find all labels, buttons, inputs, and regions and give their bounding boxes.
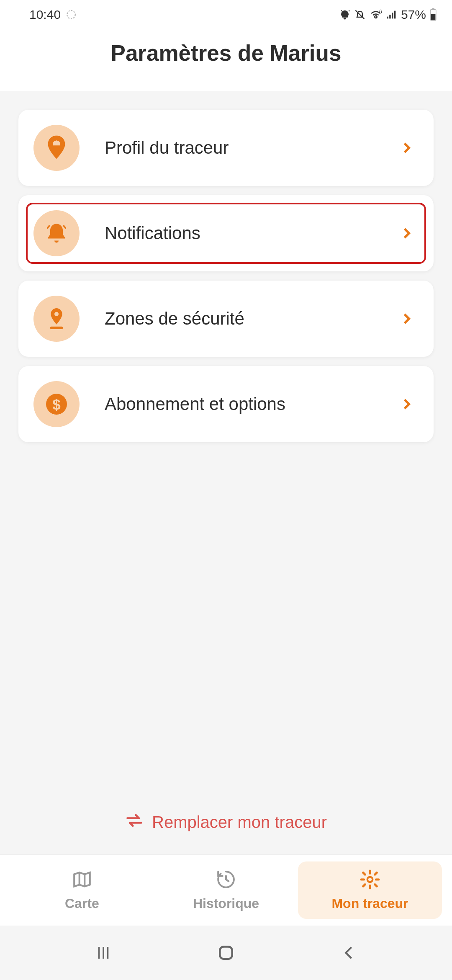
wifi-icon: 6 [369, 8, 383, 21]
nav-history[interactable]: Historique [154, 861, 298, 919]
chevron-right-icon [400, 312, 413, 325]
nav-label: Carte [65, 896, 99, 911]
page-title: Paramètres de Marius [0, 40, 452, 66]
chevron-right-icon [400, 227, 413, 240]
replace-tracker-link[interactable]: Remplacer mon traceur [0, 811, 452, 833]
status-time: 10:40 [29, 8, 61, 22]
page-header: Paramètres de Marius [0, 29, 452, 91]
menu-label: Zones de sécurité [105, 309, 375, 329]
replace-label: Remplacer mon traceur [152, 813, 327, 832]
svg-rect-17 [220, 946, 232, 959]
status-bar: 10:40 6 57% [0, 0, 452, 29]
svg-rect-10 [50, 327, 63, 329]
svg-rect-7 [431, 14, 436, 20]
menu-item-notifications[interactable]: Notifications [18, 195, 434, 271]
nav-map[interactable]: Carte [10, 861, 154, 919]
nav-label: Historique [193, 896, 259, 911]
menu-item-subscription[interactable]: $ Abonnement et options [18, 366, 434, 442]
os-home-button[interactable] [213, 940, 239, 965]
os-recent-button[interactable] [91, 940, 116, 965]
os-nav-bar [0, 926, 452, 980]
signal-icon [386, 9, 398, 21]
bottom-nav: Carte Historique Mon traceur [0, 854, 452, 926]
map-icon [72, 869, 92, 890]
svg-rect-5 [394, 11, 396, 19]
chevron-right-icon [400, 397, 413, 411]
history-icon [216, 869, 236, 890]
location-icon [33, 296, 80, 342]
svg-text:6: 6 [379, 9, 382, 15]
bell-icon [33, 210, 80, 256]
nav-tracker[interactable]: Mon traceur [298, 861, 442, 919]
dollar-icon: $ [33, 381, 80, 427]
svg-point-0 [67, 10, 75, 19]
os-back-button[interactable] [336, 940, 361, 965]
svg-rect-8 [432, 8, 434, 10]
menu-item-zones[interactable]: Zones de sécurité [18, 281, 434, 357]
menu-label: Profil du traceur [105, 138, 375, 158]
vibrate-icon [354, 9, 366, 21]
swap-icon [125, 811, 144, 833]
settings-list: Profil du traceur Notifications Zones de… [0, 91, 452, 442]
menu-item-profile[interactable]: Profil du traceur [18, 110, 434, 186]
svg-rect-3 [389, 15, 391, 18]
battery-percent: 57% [401, 8, 426, 22]
menu-label: Notifications [105, 223, 375, 243]
battery-icon [429, 8, 437, 21]
nav-label: Mon traceur [331, 896, 408, 911]
svg-point-13 [367, 877, 373, 882]
alarm-icon [339, 9, 351, 21]
gear-icon [360, 869, 380, 890]
pin-icon [33, 125, 80, 171]
chevron-right-icon [400, 141, 413, 155]
svg-rect-4 [392, 13, 393, 18]
menu-label: Abonnement et options [105, 394, 375, 414]
loading-icon [66, 9, 77, 20]
svg-rect-2 [387, 17, 388, 19]
svg-text:$: $ [52, 396, 60, 413]
